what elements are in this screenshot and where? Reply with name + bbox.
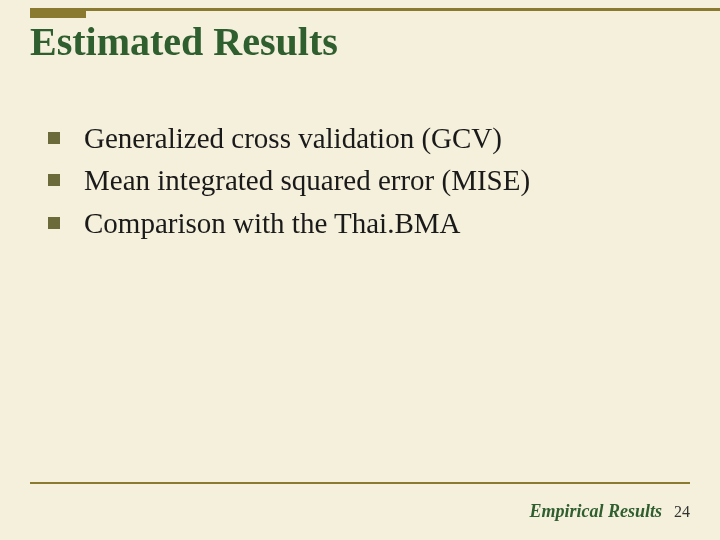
footer: Empirical Results 24 (529, 501, 690, 522)
bullet-text: Mean integrated squared error (MISE) (84, 162, 530, 198)
square-bullet-icon (48, 174, 60, 186)
slide: Estimated Results Generalized cross vali… (0, 0, 720, 540)
footer-section-label: Empirical Results (529, 501, 662, 522)
list-item: Mean integrated squared error (MISE) (48, 162, 680, 198)
bullet-list: Generalized cross validation (GCV) Mean … (48, 120, 680, 247)
bullet-text: Generalized cross validation (GCV) (84, 120, 502, 156)
list-item: Generalized cross validation (GCV) (48, 120, 680, 156)
bottom-rule (30, 482, 690, 484)
bullet-text: Comparison with the Thai.BMA (84, 205, 460, 241)
square-bullet-icon (48, 217, 60, 229)
slide-title: Estimated Results (30, 18, 338, 65)
top-accent-block (30, 8, 86, 18)
top-rule (30, 8, 720, 11)
square-bullet-icon (48, 132, 60, 144)
list-item: Comparison with the Thai.BMA (48, 205, 680, 241)
page-number: 24 (674, 503, 690, 521)
